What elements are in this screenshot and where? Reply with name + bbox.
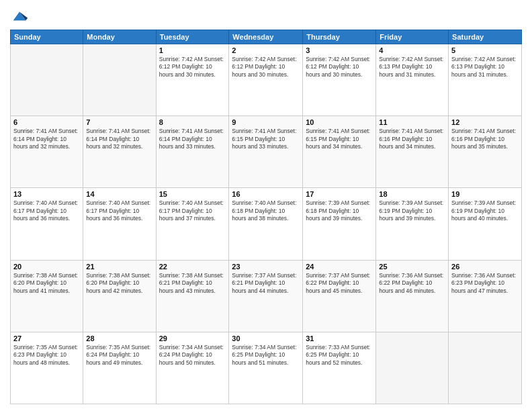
header — [10, 7, 522, 26]
cell-info: Sunrise: 7:38 AM Sunset: 6:20 PM Dayligh… — [86, 272, 152, 295]
calendar-cell: 15Sunrise: 7:40 AM Sunset: 6:17 PM Dayli… — [156, 188, 229, 260]
day-number: 29 — [159, 334, 226, 342]
calendar-header-thursday: Thursday — [303, 30, 376, 44]
calendar-cell: 30Sunrise: 7:34 AM Sunset: 6:25 PM Dayli… — [229, 332, 303, 404]
calendar-header-wednesday: Wednesday — [229, 30, 303, 44]
calendar-header-row: SundayMondayTuesdayWednesdayThursdayFrid… — [11, 30, 522, 44]
calendar-cell: 29Sunrise: 7:34 AM Sunset: 6:24 PM Dayli… — [156, 332, 229, 404]
calendar-cell — [376, 332, 449, 404]
cell-info: Sunrise: 7:41 AM Sunset: 6:14 PM Dayligh… — [86, 128, 152, 150]
day-number: 23 — [232, 263, 300, 271]
calendar-cell: 6Sunrise: 7:41 AM Sunset: 6:14 PM Daylig… — [11, 116, 83, 188]
cell-info: Sunrise: 7:40 AM Sunset: 6:17 PM Dayligh… — [13, 199, 80, 222]
calendar-cell: 9Sunrise: 7:41 AM Sunset: 6:15 PM Daylig… — [229, 116, 303, 188]
calendar-cell: 23Sunrise: 7:37 AM Sunset: 6:21 PM Dayli… — [229, 260, 303, 332]
day-number: 31 — [306, 334, 373, 342]
cell-info: Sunrise: 7:34 AM Sunset: 6:25 PM Dayligh… — [232, 344, 300, 367]
cell-info: Sunrise: 7:38 AM Sunset: 6:20 PM Dayligh… — [13, 272, 80, 295]
calendar-cell: 28Sunrise: 7:35 AM Sunset: 6:24 PM Dayli… — [83, 332, 156, 404]
day-number: 14 — [86, 190, 152, 198]
calendar-week-5: 27Sunrise: 7:35 AM Sunset: 6:23 PM Dayli… — [11, 332, 522, 404]
cell-info: Sunrise: 7:42 AM Sunset: 6:12 PM Dayligh… — [232, 56, 300, 79]
day-number: 10 — [306, 118, 373, 126]
calendar-cell: 22Sunrise: 7:38 AM Sunset: 6:21 PM Dayli… — [156, 260, 229, 332]
cell-info: Sunrise: 7:41 AM Sunset: 6:15 PM Dayligh… — [306, 128, 373, 150]
day-number: 16 — [232, 190, 300, 198]
day-number: 4 — [379, 46, 445, 54]
day-number: 30 — [232, 334, 300, 342]
logo — [10, 7, 31, 26]
day-number: 11 — [379, 118, 445, 126]
day-number: 1 — [159, 46, 226, 54]
page: SundayMondayTuesdayWednesdayThursdayFrid… — [0, 0, 532, 411]
day-number: 9 — [232, 118, 300, 126]
calendar-cell: 8Sunrise: 7:41 AM Sunset: 6:14 PM Daylig… — [156, 116, 229, 188]
logo-icon — [10, 7, 29, 26]
calendar-cell: 3Sunrise: 7:42 AM Sunset: 6:12 PM Daylig… — [303, 44, 376, 116]
cell-info: Sunrise: 7:37 AM Sunset: 6:21 PM Dayligh… — [232, 272, 300, 295]
calendar-week-4: 20Sunrise: 7:38 AM Sunset: 6:20 PM Dayli… — [11, 260, 522, 332]
calendar-cell: 26Sunrise: 7:36 AM Sunset: 6:23 PM Dayli… — [449, 260, 522, 332]
calendar-cell: 18Sunrise: 7:39 AM Sunset: 6:19 PM Dayli… — [376, 188, 449, 260]
cell-info: Sunrise: 7:41 AM Sunset: 6:14 PM Dayligh… — [159, 128, 226, 150]
calendar-cell: 14Sunrise: 7:40 AM Sunset: 6:17 PM Dayli… — [83, 188, 156, 260]
calendar-header-tuesday: Tuesday — [156, 30, 229, 44]
cell-info: Sunrise: 7:40 AM Sunset: 6:17 PM Dayligh… — [86, 199, 152, 222]
cell-info: Sunrise: 7:34 AM Sunset: 6:24 PM Dayligh… — [159, 344, 226, 367]
day-number: 8 — [159, 118, 226, 126]
cell-info: Sunrise: 7:42 AM Sunset: 6:13 PM Dayligh… — [379, 56, 445, 79]
calendar-cell: 12Sunrise: 7:41 AM Sunset: 6:16 PM Dayli… — [449, 116, 522, 188]
day-number: 2 — [232, 46, 300, 54]
day-number: 3 — [306, 46, 373, 54]
cell-info: Sunrise: 7:36 AM Sunset: 6:22 PM Dayligh… — [379, 272, 445, 295]
cell-info: Sunrise: 7:37 AM Sunset: 6:22 PM Dayligh… — [306, 272, 373, 295]
day-number: 24 — [306, 263, 373, 271]
calendar-cell: 10Sunrise: 7:41 AM Sunset: 6:15 PM Dayli… — [303, 116, 376, 188]
day-number: 26 — [451, 263, 519, 271]
cell-info: Sunrise: 7:42 AM Sunset: 6:13 PM Dayligh… — [451, 56, 519, 79]
day-number: 18 — [379, 190, 445, 198]
calendar-header-friday: Friday — [376, 30, 449, 44]
calendar-cell: 27Sunrise: 7:35 AM Sunset: 6:23 PM Dayli… — [11, 332, 83, 404]
calendar-cell: 13Sunrise: 7:40 AM Sunset: 6:17 PM Dayli… — [11, 188, 83, 260]
calendar-cell: 16Sunrise: 7:40 AM Sunset: 6:18 PM Dayli… — [229, 188, 303, 260]
day-number: 28 — [86, 334, 152, 342]
calendar: SundayMondayTuesdayWednesdayThursdayFrid… — [10, 30, 522, 404]
calendar-cell — [449, 332, 522, 404]
day-number: 20 — [13, 263, 80, 271]
day-number: 15 — [159, 190, 226, 198]
calendar-cell: 17Sunrise: 7:39 AM Sunset: 6:18 PM Dayli… — [303, 188, 376, 260]
cell-info: Sunrise: 7:42 AM Sunset: 6:12 PM Dayligh… — [159, 56, 226, 79]
cell-info: Sunrise: 7:33 AM Sunset: 6:25 PM Dayligh… — [306, 344, 373, 367]
calendar-cell: 24Sunrise: 7:37 AM Sunset: 6:22 PM Dayli… — [303, 260, 376, 332]
calendar-cell: 11Sunrise: 7:41 AM Sunset: 6:16 PM Dayli… — [376, 116, 449, 188]
cell-info: Sunrise: 7:39 AM Sunset: 6:19 PM Dayligh… — [379, 199, 445, 222]
cell-info: Sunrise: 7:41 AM Sunset: 6:16 PM Dayligh… — [379, 128, 445, 150]
calendar-header-sunday: Sunday — [11, 30, 83, 44]
cell-info: Sunrise: 7:41 AM Sunset: 6:14 PM Dayligh… — [13, 128, 80, 150]
calendar-cell: 31Sunrise: 7:33 AM Sunset: 6:25 PM Dayli… — [303, 332, 376, 404]
day-number: 19 — [451, 190, 519, 198]
calendar-week-2: 6Sunrise: 7:41 AM Sunset: 6:14 PM Daylig… — [11, 116, 522, 188]
calendar-week-1: 1Sunrise: 7:42 AM Sunset: 6:12 PM Daylig… — [11, 44, 522, 116]
day-number: 6 — [13, 118, 80, 126]
calendar-header-saturday: Saturday — [449, 30, 522, 44]
calendar-cell: 19Sunrise: 7:39 AM Sunset: 6:19 PM Dayli… — [449, 188, 522, 260]
day-number: 12 — [451, 118, 519, 126]
day-number: 25 — [379, 263, 445, 271]
calendar-cell: 21Sunrise: 7:38 AM Sunset: 6:20 PM Dayli… — [83, 260, 156, 332]
calendar-cell: 5Sunrise: 7:42 AM Sunset: 6:13 PM Daylig… — [449, 44, 522, 116]
day-number: 7 — [86, 118, 152, 126]
calendar-cell: 1Sunrise: 7:42 AM Sunset: 6:12 PM Daylig… — [156, 44, 229, 116]
day-number: 5 — [451, 46, 519, 54]
cell-info: Sunrise: 7:40 AM Sunset: 6:18 PM Dayligh… — [232, 199, 300, 222]
cell-info: Sunrise: 7:35 AM Sunset: 6:24 PM Dayligh… — [86, 344, 152, 367]
cell-info: Sunrise: 7:42 AM Sunset: 6:12 PM Dayligh… — [306, 56, 373, 79]
day-number: 13 — [13, 190, 80, 198]
cell-info: Sunrise: 7:38 AM Sunset: 6:21 PM Dayligh… — [159, 272, 226, 295]
cell-info: Sunrise: 7:35 AM Sunset: 6:23 PM Dayligh… — [13, 344, 80, 367]
calendar-cell: 2Sunrise: 7:42 AM Sunset: 6:12 PM Daylig… — [229, 44, 303, 116]
day-number: 21 — [86, 263, 152, 271]
cell-info: Sunrise: 7:41 AM Sunset: 6:16 PM Dayligh… — [451, 128, 519, 150]
day-number: 17 — [306, 190, 373, 198]
